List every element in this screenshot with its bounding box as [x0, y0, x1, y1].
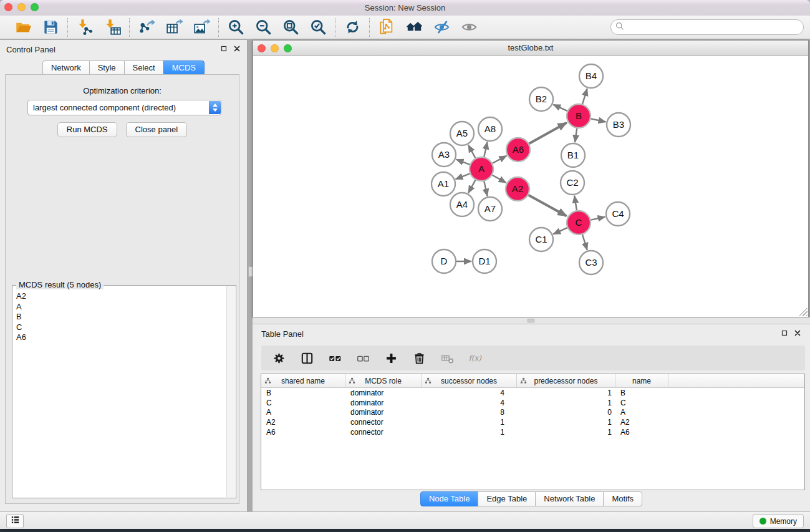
trash-icon — [413, 352, 426, 365]
refresh-view-button[interactable] — [344, 19, 361, 36]
tab-select[interactable]: Select — [124, 60, 164, 75]
table-row-a[interactable]: Adominator80A — [261, 408, 804, 418]
table-row-a6[interactable]: A6connector11A6 — [261, 427, 804, 437]
folder-open-icon — [15, 19, 32, 36]
open-session-button[interactable] — [14, 19, 32, 36]
column-header-predecessor-nodes[interactable]: predecessor nodes — [517, 374, 615, 387]
table-cell[interactable]: A2 — [615, 418, 668, 427]
resize-grip[interactable] — [799, 308, 808, 316]
graph-node-label-B: B — [576, 110, 582, 121]
search-box[interactable] — [610, 19, 804, 35]
delete-columns-button[interactable] — [412, 351, 427, 365]
save-session-button[interactable] — [42, 19, 59, 36]
table-cell[interactable]: C — [615, 399, 668, 407]
network-document-button[interactable] — [378, 19, 395, 36]
table-cell[interactable]: dominator — [345, 389, 422, 397]
check-pair-icon — [329, 352, 342, 365]
graph-node-label-C4: C4 — [612, 208, 624, 219]
mcds-result-item-a2[interactable]: A2 — [16, 291, 226, 302]
table-cell[interactable]: A — [615, 408, 668, 417]
run-mcds-button[interactable]: Run MCDS — [57, 122, 117, 137]
export-network-button[interactable] — [138, 19, 155, 36]
mcds-result-item-b[interactable]: B — [16, 312, 226, 322]
import-network-button[interactable] — [76, 19, 94, 36]
mcds-result-item-a[interactable]: A — [16, 302, 226, 312]
export-image-button[interactable] — [193, 19, 210, 36]
table-cell[interactable]: 1 — [517, 389, 615, 397]
graph-edge-A-A4 — [468, 180, 475, 193]
graph-edge-A2-C — [529, 195, 567, 216]
horizontal-split-handle[interactable] — [528, 319, 534, 322]
list-icon — [10, 515, 21, 528]
memory-button[interactable]: Memory — [753, 514, 804, 528]
tab-motifs[interactable]: Motifs — [603, 491, 642, 506]
table-cell[interactable]: 1 — [517, 399, 615, 407]
column-header-successor-nodes[interactable]: successor nodes — [422, 374, 517, 387]
float-panel-icon[interactable] — [781, 329, 788, 337]
search-input[interactable] — [627, 22, 799, 32]
table-row-b[interactable]: Bdominator41B — [261, 388, 804, 398]
table-options-button[interactable] — [271, 351, 286, 365]
network-canvas[interactable]: B4B2BB3A8A5A6A3B1AC2A1A2A4A7C4CC1DD1C3 — [253, 56, 808, 317]
table-cell[interactable]: dominator — [345, 399, 422, 407]
zoom-out-button[interactable] — [254, 19, 272, 36]
zoom-fit-button[interactable] — [282, 19, 299, 36]
hide-graphics-button[interactable] — [433, 19, 450, 36]
tab-network[interactable]: Network — [42, 60, 90, 75]
table-row-c[interactable]: Cdominator41C — [261, 398, 804, 408]
tab-edge-table[interactable]: Edge Table — [478, 491, 536, 506]
create-column-button[interactable] — [383, 351, 398, 365]
table-cell[interactable]: connector — [345, 428, 422, 437]
zoom-in-button[interactable] — [227, 19, 244, 36]
table-cell[interactable]: 4 — [422, 399, 517, 407]
unselect-all-columns-button[interactable] — [355, 351, 370, 365]
table-cell[interactable]: connector — [345, 418, 422, 427]
graph-edge-A-A2 — [493, 175, 506, 183]
import-table-button[interactable] — [104, 19, 121, 36]
graph-edge-C-C2 — [574, 196, 577, 211]
table-row-a2[interactable]: A2connector11A2 — [261, 417, 804, 427]
optimization-criterion-select[interactable]: largest connected component (directed) — [27, 100, 221, 115]
column-header-mcds-role[interactable]: MCDS role — [345, 374, 422, 387]
table-cell[interactable]: 8 — [422, 408, 517, 417]
table-cell[interactable]: A2 — [261, 418, 345, 427]
column-header-shared-name[interactable]: shared name — [261, 374, 345, 387]
graph-edge-A-A3 — [456, 160, 470, 165]
table-cell[interactable]: 4 — [422, 389, 517, 397]
column-header-name[interactable]: name — [615, 374, 668, 387]
network-window-titlebar: testGlobe.txt — [253, 41, 808, 56]
zoom-selected-button[interactable] — [309, 19, 327, 36]
close-panel-icon[interactable] — [233, 45, 241, 52]
close-panel-button[interactable]: Close panel — [126, 122, 188, 137]
close-panel-icon[interactable] — [794, 329, 801, 337]
table-cell[interactable]: 1 — [517, 418, 615, 427]
home-button[interactable] — [405, 19, 423, 36]
table-cell[interactable]: A6 — [615, 428, 668, 437]
mcds-result-item-a6[interactable]: A6 — [16, 332, 226, 343]
table-cell[interactable]: B — [615, 389, 668, 397]
table-cell[interactable]: A6 — [261, 428, 345, 437]
table-cell[interactable]: dominator — [345, 408, 422, 417]
table-cell[interactable]: A — [261, 408, 345, 417]
tab-node-table[interactable]: Node Table — [420, 491, 479, 506]
table-cell[interactable]: C — [261, 399, 345, 407]
selected-criterion-value: largest connected component (directed) — [28, 103, 209, 112]
table-cell[interactable]: B — [261, 389, 345, 397]
table-cell[interactable]: 0 — [517, 408, 615, 417]
task-history-button[interactable] — [6, 514, 24, 528]
table-cell[interactable]: 1 — [422, 428, 517, 437]
table-panel: Table Panel f(x) shared nameMCDS rolesuc… — [253, 324, 810, 511]
select-all-columns-button[interactable] — [327, 351, 342, 365]
table-cell[interactable]: 1 — [517, 428, 615, 437]
mcds-result-item-c[interactable]: C — [16, 322, 226, 333]
tab-network-table[interactable]: Network Table — [535, 491, 604, 506]
table-cell[interactable]: 1 — [422, 418, 517, 427]
export-table-button[interactable] — [165, 19, 183, 36]
mcds-result-scrollbar[interactable] — [226, 286, 235, 497]
show-graphics-button[interactable] — [460, 19, 478, 36]
tab-mcds[interactable]: MCDS — [163, 60, 205, 75]
float-panel-icon[interactable] — [220, 45, 228, 52]
show-columns-button[interactable] — [299, 351, 314, 365]
tab-style[interactable]: Style — [89, 60, 125, 75]
graph-node-label-C1: C1 — [535, 234, 547, 244]
